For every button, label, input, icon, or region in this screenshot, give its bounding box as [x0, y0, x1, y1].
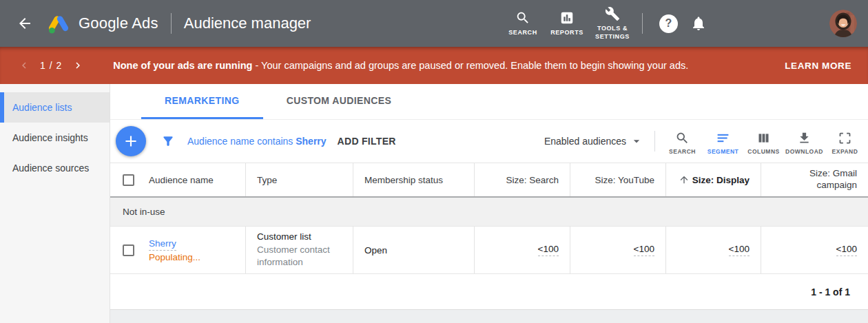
- row-select-cell: [110, 227, 149, 273]
- header-divider: [171, 13, 172, 34]
- main-content: REMARKETING CUSTOM AUDIENCES Audience na…: [110, 84, 868, 323]
- pager-next-icon[interactable]: [72, 59, 84, 72]
- table-segment-button[interactable]: SEGMENT: [703, 128, 743, 155]
- column-header-label: Size: Gmail campaign: [796, 168, 857, 191]
- table-tools: SEARCH SEGMENT: [662, 128, 865, 155]
- column-header-size-youtube[interactable]: Size: YouTube: [570, 163, 665, 196]
- table-columns-button[interactable]: COLUMNS: [743, 128, 784, 155]
- reports-nav-button[interactable]: REPORTS: [548, 10, 586, 37]
- toolbar-divider: [654, 131, 655, 152]
- column-header-size-display[interactable]: Size: Display: [665, 163, 761, 196]
- sidebar-item-label: Audience insights: [12, 132, 88, 143]
- pager-prev-icon[interactable]: [18, 59, 30, 72]
- notifications-button[interactable]: [690, 15, 707, 32]
- pager-count: 1 / 2: [40, 60, 62, 71]
- bell-icon: [690, 15, 707, 32]
- table-header-row: Audience name Type Membership status Siz…: [110, 163, 868, 198]
- applied-filter-chip[interactable]: Audience name contains Sherry: [187, 136, 327, 147]
- pagination-label: 1 - 1 of 1: [811, 286, 850, 298]
- search-icon: [675, 131, 690, 145]
- column-header-size-gmail[interactable]: Size: Gmail campaign: [761, 163, 868, 196]
- audience-name-link[interactable]: Sherry: [149, 238, 200, 249]
- tab-label: CUSTOM AUDIENCES: [287, 95, 392, 106]
- select-all-checkbox[interactable]: [123, 174, 134, 186]
- sidebar-item-audience-sources[interactable]: Audience sources: [0, 153, 110, 183]
- columns-icon: [756, 131, 771, 145]
- populating-status: Populating...: [149, 252, 200, 262]
- column-header-type[interactable]: Type: [245, 163, 353, 196]
- sidebar: Audience lists Audience insights Audienc…: [0, 84, 110, 323]
- page-background: [110, 310, 868, 323]
- column-header-membership-status[interactable]: Membership status: [353, 163, 474, 196]
- column-header-size-search[interactable]: Size: Search: [474, 163, 570, 196]
- type-cell: Customer list Customer contact informati…: [245, 227, 353, 273]
- sidebar-item-audience-lists[interactable]: Audience lists: [0, 92, 110, 123]
- tool-label: SEARCH: [669, 148, 696, 155]
- view-select-value: Enabled audiences: [544, 136, 626, 147]
- google-ads-logo-icon: [47, 13, 70, 34]
- tab-remarketing[interactable]: REMARKETING: [141, 84, 263, 119]
- table-search-button[interactable]: SEARCH: [662, 128, 703, 155]
- segment-icon: [716, 131, 730, 145]
- search-nav-button[interactable]: SEARCH: [504, 10, 541, 37]
- banner-message-bold: None of your ads are running: [113, 60, 252, 71]
- sidebar-item-label: Audience lists: [12, 102, 72, 113]
- size-search-cell: <100: [474, 227, 570, 273]
- column-header-label: Size: Display: [692, 175, 750, 185]
- tool-label: SEGMENT: [707, 148, 739, 155]
- search-nav-label: SEARCH: [508, 29, 537, 37]
- sort-ascending-icon: [679, 174, 690, 185]
- select-all-cell: [110, 163, 149, 196]
- header-actions: SEARCH REPORTS TOOLS & SETTINGS: [501, 6, 857, 41]
- add-filter-button[interactable]: ADD FILTER: [338, 136, 396, 147]
- audience-view-select[interactable]: Enabled audiences: [544, 134, 643, 148]
- back-button[interactable]: [12, 11, 37, 36]
- google-ads-app: Google Ads Audience manager SEARCH: [0, 0, 868, 323]
- brand-name: Google Ads: [79, 14, 158, 32]
- search-icon: [515, 10, 530, 25]
- page-title: Audience manager: [184, 14, 311, 32]
- membership-status-cell: Open: [353, 227, 474, 273]
- wrench-icon: [605, 6, 620, 21]
- applied-filter-value: Sherry: [296, 136, 326, 147]
- arrow-back-icon: [17, 15, 33, 32]
- help-icon: ?: [665, 17, 672, 30]
- plus-icon: [122, 132, 140, 150]
- reports-icon: [559, 10, 575, 25]
- user-avatar[interactable]: [829, 10, 857, 37]
- tool-label: DOWNLOAD: [785, 148, 823, 155]
- tools-settings-nav-button[interactable]: TOOLS & SETTINGS: [592, 6, 632, 41]
- type-detail: Customer contact information: [257, 244, 346, 268]
- tools-settings-nav-label: TOOLS & SETTINGS: [592, 25, 632, 41]
- help-button[interactable]: ?: [659, 14, 678, 33]
- tool-label: EXPAND: [832, 148, 858, 155]
- size-youtube-cell: <100: [570, 227, 665, 273]
- tool-label: COLUMNS: [747, 148, 779, 155]
- column-header-audience-name[interactable]: Audience name: [149, 163, 245, 196]
- table-row: Sherry Populating... Customer list Custo…: [110, 227, 868, 274]
- header-divider: [642, 13, 643, 34]
- banner-pager: 1 / 2: [18, 59, 84, 72]
- table-download-button[interactable]: DOWNLOAD: [784, 128, 825, 155]
- group-header-row: Not in-use: [110, 198, 868, 227]
- sidebar-item-audience-insights[interactable]: Audience insights: [0, 123, 110, 153]
- download-icon: [797, 131, 812, 145]
- tab-bar: REMARKETING CUSTOM AUDIENCES: [110, 84, 868, 120]
- add-audience-button[interactable]: [116, 126, 146, 156]
- notice-banner: 1 / 2 None of your ads are running - You…: [0, 47, 868, 84]
- table-expand-button[interactable]: EXPAND: [825, 128, 865, 155]
- banner-message-rest: - Your campaigns and ad groups are pause…: [252, 60, 688, 71]
- size-gmail-cell: <100: [761, 227, 868, 273]
- table-footer: 1 - 1 of 1: [110, 274, 868, 310]
- page-body: Audience lists Audience insights Audienc…: [0, 84, 868, 323]
- learn-more-link[interactable]: LEARN MORE: [785, 61, 851, 71]
- reports-nav-label: REPORTS: [550, 29, 583, 37]
- size-display-cell: <100: [665, 227, 761, 273]
- audience-name-cell: Sherry Populating...: [149, 227, 245, 273]
- row-checkbox[interactable]: [123, 244, 134, 256]
- filter-toolbar: Audience name contains Sherry ADD FILTER…: [110, 120, 868, 163]
- chevron-down-icon: [630, 134, 643, 148]
- filter-funnel-icon: [161, 134, 175, 148]
- tab-custom-audiences[interactable]: CUSTOM AUDIENCES: [263, 84, 415, 119]
- banner-message: None of your ads are running - Your camp…: [113, 60, 688, 71]
